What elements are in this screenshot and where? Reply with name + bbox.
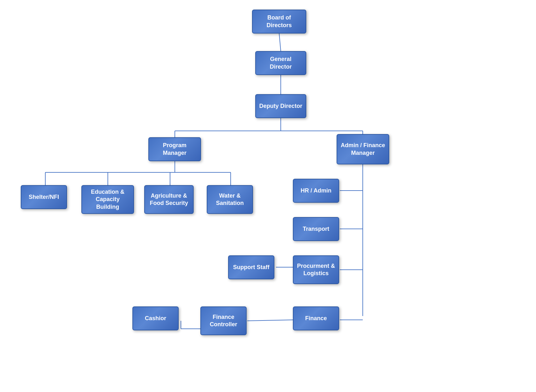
support-staff: Support Staff xyxy=(228,255,274,279)
water-sanitation: Water & Sanitation xyxy=(207,185,253,214)
cashier: Cashior xyxy=(132,306,179,330)
shelter-nfi: Shelter/NFI xyxy=(21,185,67,209)
procurement-logistics: Procurment & Logistics xyxy=(293,255,339,284)
hr-admin: HR / Admin xyxy=(293,179,339,203)
svg-line-0 xyxy=(279,34,281,51)
svg-line-21 xyxy=(247,320,294,321)
agriculture-food: Agriculture & Food Security xyxy=(144,185,194,214)
deputy-director: Deputy Director xyxy=(255,94,306,118)
transport: Transport xyxy=(293,217,339,241)
admin-finance-manager: Admin / Finance Manager xyxy=(337,134,389,164)
program-manager: Program Manager xyxy=(148,137,201,161)
finance: Finance xyxy=(293,306,339,330)
org-chart: Board of Directors General Director Depu… xyxy=(0,0,536,392)
education-capacity: Education & Capacity Building xyxy=(81,185,134,214)
finance-controller: Finance Controller xyxy=(200,306,247,335)
general-director: General Director xyxy=(255,51,306,75)
board-of-directors: Board of Directors xyxy=(252,10,306,34)
